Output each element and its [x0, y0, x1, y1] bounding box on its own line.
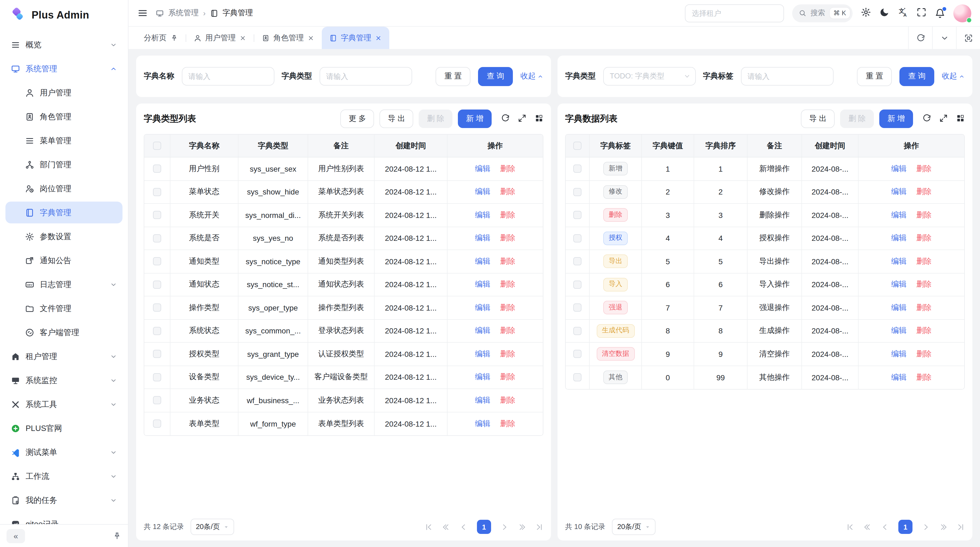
edit-link[interactable]: 编辑 [891, 326, 907, 336]
sidebar-item-my-tasks[interactable]: 我的任务 [5, 489, 123, 511]
dict-data-type-select[interactable]: TODO: 字典类型 [603, 67, 696, 86]
pg-prev2-icon[interactable] [864, 523, 872, 531]
sidebar-item-plus-website[interactable]: PLUS官网 [5, 417, 123, 439]
row-checkbox[interactable] [573, 350, 581, 358]
row-checkbox[interactable] [573, 304, 581, 312]
row-checkbox[interactable] [153, 420, 161, 428]
delete-link[interactable]: 删除 [916, 373, 932, 383]
sidebar-item-system-management[interactable]: 系统管理 [5, 58, 123, 80]
fullscreen-button[interactable] [916, 7, 927, 19]
sidebar-item-log-management[interactable]: DEV日志管理 [5, 273, 123, 295]
row-checkbox[interactable] [153, 327, 161, 335]
edit-link[interactable]: 编辑 [891, 280, 907, 290]
tab-dict-management[interactable]: 字典管理 [322, 27, 389, 49]
tabbar-chevron-down-button[interactable] [932, 27, 956, 49]
pg-next-icon[interactable] [922, 523, 930, 531]
sidebar-item-system-tools[interactable]: 系统工具 [5, 393, 123, 415]
pg-last-icon[interactable] [956, 523, 965, 531]
breadcrumb-item[interactable]: 字典管理 [223, 8, 253, 18]
column-header[interactable]: 备注 [308, 135, 375, 157]
delete-link[interactable]: 删除 [916, 210, 932, 220]
edit-link[interactable]: 编辑 [475, 372, 490, 382]
sidebar-item-system-monitor[interactable]: 系统监控 [5, 369, 123, 391]
edit-link[interactable]: 编辑 [475, 164, 490, 174]
gear-button[interactable] [861, 7, 871, 19]
select-all-checkbox[interactable] [153, 142, 161, 150]
query-button[interactable]: 查 询 [899, 67, 934, 86]
delete-link[interactable]: 删除 [916, 303, 932, 313]
tab-user-management[interactable]: 用户管理 [186, 27, 254, 49]
sidebar-item-role-management[interactable]: 角色管理 [5, 106, 123, 128]
sidebar-collapse-button[interactable]: « [6, 529, 25, 543]
close-icon[interactable] [375, 35, 382, 41]
delete-link[interactable]: 删除 [500, 326, 515, 336]
row-checkbox[interactable] [153, 350, 161, 358]
global-search-button[interactable]: 搜索 ⌘ K [792, 4, 853, 22]
add-button[interactable]: 新 增 [458, 110, 492, 128]
tab-role-management[interactable]: 角色管理 [254, 27, 322, 49]
row-checkbox[interactable] [573, 211, 581, 219]
sidebar-item-user-management[interactable]: 用户管理 [5, 82, 123, 104]
edit-link[interactable]: 编辑 [475, 210, 490, 220]
pin-icon[interactable] [170, 34, 178, 41]
moon-button[interactable] [879, 7, 889, 19]
row-checkbox[interactable] [153, 373, 161, 381]
edit-link[interactable]: 编辑 [475, 257, 490, 266]
pg-next-icon[interactable] [500, 523, 509, 531]
table-expand-button[interactable] [939, 113, 948, 124]
row-checkbox[interactable] [153, 257, 161, 266]
edit-link[interactable]: 编辑 [891, 210, 907, 220]
sidebar-item-test-menu[interactable]: 测试菜单 [5, 441, 123, 463]
pg-last-icon[interactable] [535, 523, 543, 531]
row-checkbox[interactable] [153, 396, 161, 405]
delete-button[interactable]: 删 除 [840, 110, 874, 128]
delete-link[interactable]: 删除 [500, 349, 515, 359]
delete-link[interactable]: 删除 [916, 187, 932, 197]
edit-link[interactable]: 编辑 [475, 349, 490, 359]
edit-link[interactable]: 编辑 [475, 187, 490, 197]
collapse-link[interactable]: 收起 [520, 71, 543, 81]
delete-link[interactable]: 删除 [500, 210, 515, 220]
collapse-link[interactable]: 收起 [942, 71, 965, 81]
column-header[interactable]: 操作 [859, 135, 964, 157]
column-header[interactable]: 操作 [447, 135, 543, 157]
row-checkbox[interactable] [153, 234, 161, 242]
edit-link[interactable]: 编辑 [475, 303, 490, 313]
sidebar-item-dept-management[interactable]: 部门管理 [5, 154, 123, 175]
sidebar-item-post-management[interactable]: 岗位管理 [5, 178, 123, 199]
dict-type-search-input[interactable] [182, 67, 274, 86]
edit-link[interactable]: 编辑 [891, 187, 907, 197]
edit-link[interactable]: 编辑 [475, 280, 490, 290]
sidebar-item-overview[interactable]: 概览 [5, 34, 123, 56]
tenant-select-input[interactable] [685, 4, 784, 22]
sidebar-item-param-settings[interactable]: 参数设置 [5, 226, 123, 247]
dict-data-search-input[interactable] [741, 67, 834, 86]
row-checkbox[interactable] [573, 281, 581, 289]
pg-first-icon[interactable] [425, 523, 433, 531]
dict-type-search-input[interactable] [320, 67, 412, 86]
page-size-select[interactable]: 20条/页 [612, 519, 655, 535]
delete-link[interactable]: 删除 [916, 233, 932, 243]
edit-link[interactable]: 编辑 [475, 233, 490, 243]
row-checkbox[interactable] [573, 327, 581, 335]
sidebar-item-menu-management[interactable]: 菜单管理 [5, 130, 123, 152]
table-columns-button[interactable] [535, 113, 543, 124]
reset-button[interactable]: 重 置 [436, 67, 470, 86]
more-button[interactable]: 更 多 [340, 110, 374, 128]
delete-link[interactable]: 删除 [500, 419, 515, 429]
export-button[interactable]: 导 出 [380, 110, 414, 128]
translate-button[interactable]: 文A [898, 7, 908, 19]
row-checkbox[interactable] [153, 211, 161, 219]
column-header[interactable]: 字典名称 [170, 135, 239, 157]
hamburger-menu-icon[interactable] [137, 8, 148, 19]
sidebar-item-tenant-management[interactable]: 租户管理 [5, 345, 123, 367]
tabbar-refresh-button[interactable] [908, 27, 932, 49]
row-checkbox[interactable] [153, 188, 161, 196]
delete-link[interactable]: 删除 [500, 187, 515, 197]
export-button[interactable]: 导 出 [801, 110, 835, 128]
row-checkbox[interactable] [153, 165, 161, 173]
edit-link[interactable]: 编辑 [475, 395, 490, 405]
page-size-select[interactable]: 20条/页 [190, 519, 234, 535]
edit-link[interactable]: 编辑 [891, 349, 907, 359]
pg-prev-icon[interactable] [881, 523, 889, 531]
